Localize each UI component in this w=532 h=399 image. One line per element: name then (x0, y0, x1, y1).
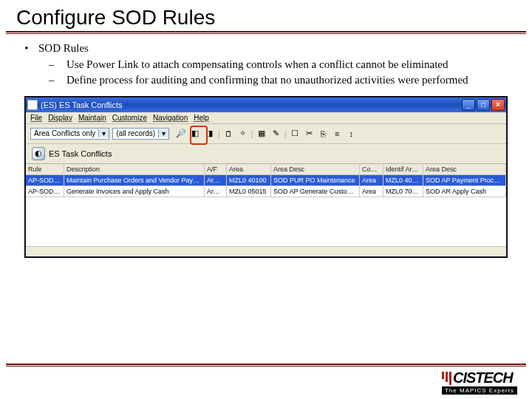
cell-rule: AP-SOD-01 (26, 186, 64, 197)
filter-view-value: Area Conflicts only (31, 129, 98, 137)
title-underline (6, 31, 526, 34)
col-area-desc[interactable]: Area Desc (271, 164, 360, 174)
note-icon[interactable]: 🗒 (222, 128, 234, 140)
menu-bar: File Display Maintain Customize Navigati… (26, 112, 506, 124)
col-rule[interactable]: Rule (26, 164, 64, 174)
menu-help[interactable]: Help (194, 114, 209, 122)
footer-underline (6, 364, 526, 366)
cell-areadesc: SOD PUR PO Maintenance (271, 175, 360, 185)
grid-empty-area (26, 197, 506, 246)
sort-icon[interactable]: ↕ (345, 128, 357, 140)
slide-title: Configure SOD Rules (0, 0, 532, 31)
cell-af: Area… (205, 175, 227, 185)
cell-rule: AP-SOD-01 (26, 175, 64, 185)
grid-header-row: Rule Description A/F Area Area Desc Conf… (26, 164, 506, 175)
col-description[interactable]: Description (64, 164, 205, 174)
cell-idarea: MZL0 70145 (383, 186, 423, 197)
bullet-sub-2: Define process for auditing and confirmi… (66, 73, 468, 88)
separator: | (284, 128, 287, 140)
app-window: ◧ (ES) ES Task Conflicts _ □ × File Disp… (25, 97, 507, 257)
status-bar (26, 246, 506, 256)
filter-view-combo[interactable]: Area Conflicts only ▾ (30, 128, 109, 140)
cell-conf: Area (360, 186, 383, 197)
chevron-down-icon[interactable]: ▾ (98, 129, 109, 137)
logo-bars-icon (442, 372, 451, 385)
separator: | (250, 128, 253, 140)
menu-file[interactable]: File (30, 114, 42, 122)
menu-navigation[interactable]: Navigation (153, 114, 188, 122)
menu-maintain[interactable]: Maintain (78, 114, 106, 122)
cell-confdesc: SOD AR Apply Cash (423, 186, 506, 197)
logo-company-name: CISTECH (453, 369, 513, 386)
brush-icon[interactable]: ✎ (270, 128, 282, 140)
card-header-bar: ◐ ES Task Conflicts (26, 144, 506, 164)
cell-desc: Generate Invoices and Apply Cash (64, 186, 205, 197)
col-conf-area-desc[interactable]: Area Desc (423, 164, 506, 174)
filter-records-combo[interactable]: (all records) ▾ (112, 128, 169, 140)
paste-icon[interactable]: ⎘ (317, 128, 329, 140)
bullet-main-text: SOD Rules (38, 41, 89, 56)
doc-icon[interactable]: ☐ (289, 128, 301, 140)
close-button[interactable]: × (491, 99, 505, 111)
window-titlebar[interactable]: ◧ (ES) ES Task Conflicts _ □ × (26, 98, 506, 112)
minimize-button[interactable]: _ (462, 99, 475, 111)
pen-icon[interactable]: ✂ (303, 128, 315, 140)
cell-area: MZL0 40100 (227, 175, 271, 185)
filter-records-value: (all records) (113, 129, 158, 137)
window-title-text: (ES) ES Task Conflicts (41, 100, 122, 109)
separator: | (217, 128, 220, 140)
cell-area: MZL0 05015 (227, 186, 271, 197)
cell-confdesc: SOD AP Payment Processing (423, 175, 506, 185)
toolbar: 🔎 ◧ ◨ | 🗒 ✧ | ▦ ✎ | ☐ ✂ ⎘ ≡ ↕ (172, 126, 360, 141)
logo-tagline: The MAPICS Experts (442, 386, 517, 395)
bullet-list: • SOD Rules – Use Power Link to attach c… (0, 41, 532, 88)
col-conf[interactable]: Conf… (360, 164, 383, 174)
card-icon: ◐ (32, 147, 45, 160)
cell-af: Area… (205, 186, 227, 197)
cell-desc: Maintain Purchase Orders and Vendor Paym… (64, 175, 205, 185)
maximize-button[interactable]: □ (477, 99, 490, 111)
cell-conf: Area (360, 175, 383, 185)
cut-icon[interactable]: ≡ (331, 128, 343, 140)
card-title: ES Task Conflicts (49, 149, 112, 158)
col-area[interactable]: Area (227, 164, 271, 174)
menu-display[interactable]: Display (48, 114, 72, 122)
bullet-sub-1: Use Power Link to attach compensating co… (66, 58, 449, 72)
filter-bar: Area Conflicts only ▾ (all records) ▾ 🔎 … (26, 124, 506, 144)
filter-a-icon[interactable]: ◧ (189, 128, 201, 140)
menu-customize[interactable]: Customize (112, 114, 147, 122)
bullet-dot: • (22, 41, 31, 56)
col-af[interactable]: A/F (205, 164, 227, 174)
filter-b-icon[interactable]: ◨ (203, 128, 215, 140)
chevron-down-icon[interactable]: ▾ (158, 129, 168, 137)
bullet-dash: – (49, 73, 59, 88)
col-identif-area[interactable]: Identif Area… (383, 164, 423, 174)
cell-areadesc: SOD AP Generate Customer Invoices (271, 186, 360, 197)
binoculars-icon[interactable]: 🔎 (175, 128, 187, 140)
table-row[interactable]: AP-SOD-01 Maintain Purchase Orders and V… (26, 175, 506, 186)
data-grid[interactable]: Rule Description A/F Area Area Desc Conf… (26, 164, 506, 246)
company-logo: CISTECH The MAPICS Experts (442, 369, 517, 395)
grid-icon[interactable]: ▦ (256, 128, 267, 140)
table-row[interactable]: AP-SOD-01 Generate Invoices and Apply Ca… (26, 186, 506, 197)
cell-idarea: MZL0 40005 (383, 175, 423, 185)
app-icon: ◧ (27, 100, 38, 110)
bullet-dash: – (49, 58, 59, 72)
new-icon[interactable]: ✧ (236, 128, 248, 140)
